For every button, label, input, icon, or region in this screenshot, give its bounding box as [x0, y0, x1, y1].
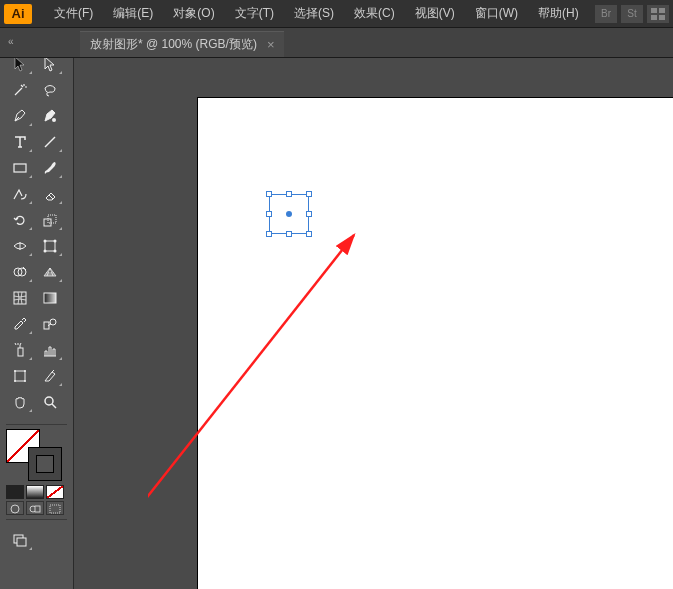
paintbrush-tool[interactable] [36, 156, 64, 180]
selection-handle[interactable] [266, 191, 272, 197]
screen-mode-button[interactable] [6, 528, 34, 552]
pen-tool[interactable] [6, 104, 34, 128]
menu-window[interactable]: 窗口(W) [465, 5, 528, 22]
artboard[interactable] [198, 98, 673, 589]
slice-tool[interactable] [36, 364, 64, 388]
color-mode-gradient[interactable] [26, 485, 44, 499]
hand-tool[interactable] [6, 390, 34, 414]
svg-rect-6 [14, 164, 26, 172]
free-transform-tool[interactable] [36, 234, 64, 258]
svg-rect-17 [14, 292, 26, 304]
mesh-tool[interactable] [6, 286, 34, 310]
app-logo: Ai [4, 4, 32, 24]
line-segment-tool[interactable] [36, 130, 64, 154]
svg-rect-0 [651, 8, 657, 13]
svg-rect-2 [651, 15, 657, 20]
menu-view[interactable]: 视图(V) [405, 5, 465, 22]
draw-normal[interactable] [6, 501, 24, 515]
color-mode-none[interactable] [46, 485, 64, 499]
bridge-button[interactable]: Br [595, 5, 617, 23]
selection-handle[interactable] [286, 231, 292, 237]
stock-button[interactable]: St [621, 5, 643, 23]
svg-point-12 [54, 240, 57, 243]
lasso-tool[interactable] [36, 78, 64, 102]
selection-handle[interactable] [286, 191, 292, 197]
workspace-button[interactable] [647, 5, 669, 23]
svg-point-23 [45, 397, 53, 405]
svg-rect-22 [15, 371, 25, 381]
zoom-tool[interactable] [36, 390, 64, 414]
document-tab-title: 放射图形* @ 100% (RGB/预览) [90, 36, 257, 53]
rectangle-tool[interactable] [6, 156, 34, 180]
svg-point-13 [44, 250, 47, 253]
symbol-sprayer-tool[interactable] [6, 338, 34, 362]
menu-help[interactable]: 帮助(H) [528, 5, 589, 22]
artboard-tool[interactable] [6, 364, 34, 388]
selection-center-icon [286, 211, 292, 217]
svg-rect-28 [50, 505, 60, 513]
tab-close-button[interactable]: × [267, 37, 275, 52]
color-mode-solid[interactable] [6, 485, 24, 499]
selection-handle[interactable] [306, 191, 312, 197]
svg-line-5 [45, 137, 55, 147]
menu-file[interactable]: 文件(F) [44, 5, 103, 22]
shaper-tool[interactable] [6, 182, 34, 206]
selection-handle[interactable] [266, 231, 272, 237]
eraser-tool[interactable] [36, 182, 64, 206]
eyedropper-tool[interactable] [6, 312, 34, 336]
svg-point-11 [44, 240, 47, 243]
svg-point-4 [52, 118, 56, 122]
menu-object[interactable]: 对象(O) [163, 5, 224, 22]
svg-line-24 [52, 404, 56, 408]
stroke-swatch[interactable] [28, 447, 62, 481]
svg-rect-27 [35, 506, 40, 512]
column-graph-tool[interactable] [36, 338, 64, 362]
document-area[interactable] [74, 58, 673, 589]
svg-rect-3 [659, 15, 665, 20]
menu-type[interactable]: 文字(T) [225, 5, 284, 22]
curvature-tool[interactable] [36, 104, 64, 128]
fill-stroke-swatch[interactable] [6, 429, 66, 481]
tab-bar: « 放射图形* @ 100% (RGB/预览) × [0, 28, 673, 58]
svg-point-14 [54, 250, 57, 253]
type-tool[interactable] [6, 130, 34, 154]
svg-rect-10 [45, 241, 55, 251]
svg-rect-30 [17, 538, 26, 546]
menu-effect[interactable]: 效果(C) [344, 5, 405, 22]
svg-point-25 [11, 505, 19, 513]
selected-object[interactable] [269, 194, 309, 234]
document-tab[interactable]: 放射图形* @ 100% (RGB/预览) × [80, 31, 284, 57]
menu-edit[interactable]: 编辑(E) [103, 5, 163, 22]
scale-tool[interactable] [36, 208, 64, 232]
shape-builder-tool[interactable] [6, 260, 34, 284]
selection-handle[interactable] [306, 211, 312, 217]
gradient-tool[interactable] [36, 286, 64, 310]
menu-select[interactable]: 选择(S) [284, 5, 344, 22]
svg-rect-1 [659, 8, 665, 13]
width-tool[interactable] [6, 234, 34, 258]
svg-rect-21 [18, 348, 23, 356]
panel-collapse-icon[interactable]: « [8, 36, 14, 47]
blend-tool[interactable] [36, 312, 64, 336]
magic-wand-tool[interactable] [6, 78, 34, 102]
rotate-tool[interactable] [6, 208, 34, 232]
selection-handle[interactable] [266, 211, 272, 217]
selection-handle[interactable] [306, 231, 312, 237]
draw-behind[interactable] [26, 501, 44, 515]
draw-inside[interactable] [46, 501, 64, 515]
svg-rect-18 [44, 293, 56, 303]
menu-bar: Ai 文件(F) 编辑(E) 对象(O) 文字(T) 选择(S) 效果(C) 视… [0, 0, 673, 28]
perspective-grid-tool[interactable] [36, 260, 64, 284]
toolbar [0, 28, 74, 589]
